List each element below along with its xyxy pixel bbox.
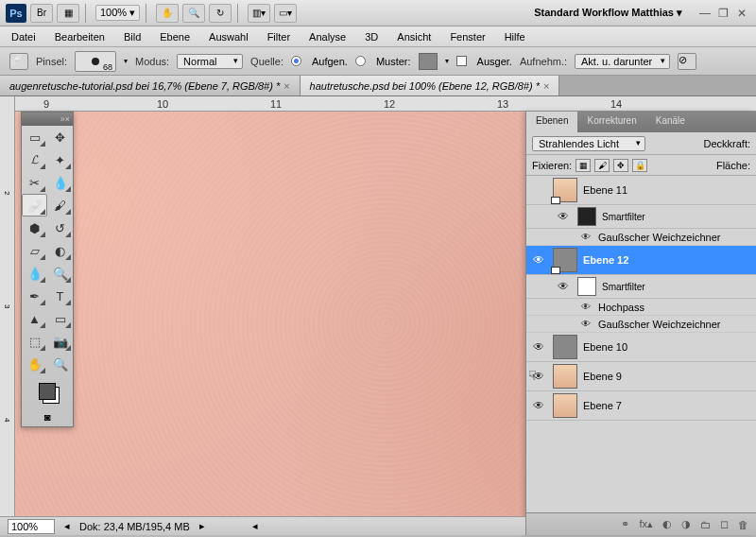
- tab-ebenen[interactable]: Ebenen: [526, 112, 577, 132]
- doc-info-chevron-icon[interactable]: ▸: [199, 520, 205, 532]
- sample-select[interactable]: Akt. u. darunter: [575, 54, 670, 69]
- menu-bild[interactable]: Bild: [120, 29, 145, 44]
- lasso-tool[interactable]: 𝓛: [22, 148, 47, 171]
- gradient-tool[interactable]: ◐: [47, 239, 73, 262]
- quick-select-tool[interactable]: ✦: [47, 148, 73, 171]
- blend-mode-select[interactable]: Normal: [177, 54, 243, 69]
- layer-name[interactable]: Ebene 11: [583, 184, 752, 196]
- zoom-tool-icon[interactable]: 🔍: [182, 4, 205, 23]
- smartfilter-row[interactable]: 👁 Smartfilter: [526, 205, 756, 229]
- new-layer-icon[interactable]: ◻: [720, 518, 729, 530]
- menu-filter[interactable]: Filter: [264, 29, 294, 44]
- eraser-tool[interactable]: ▱: [22, 239, 47, 262]
- lock-position-icon[interactable]: ✥: [613, 159, 628, 172]
- close-button[interactable]: ✕: [737, 7, 750, 20]
- filter-mask-thumbnail[interactable]: [577, 277, 596, 296]
- layer-row[interactable]: 👁 Ebene 7: [526, 391, 756, 421]
- visibility-toggle[interactable]: 👁: [530, 253, 547, 267]
- document-tab[interactable]: augenretusche-tutorial.psd bei 16,7% (Eb…: [0, 76, 301, 95]
- source-pattern-radio[interactable]: [355, 56, 366, 66]
- screen-mode-icon[interactable]: ▭▾: [274, 4, 297, 23]
- tab-close-icon[interactable]: ×: [543, 80, 549, 92]
- horizontal-ruler[interactable]: 9 10 11 12 13 14: [15, 96, 756, 112]
- layer-thumbnail[interactable]: [553, 335, 577, 359]
- visibility-toggle[interactable]: 👁: [530, 340, 547, 354]
- menu-fenster[interactable]: Fenster: [446, 29, 489, 44]
- rotate-view-icon[interactable]: ↻: [209, 4, 232, 23]
- filter-item[interactable]: 👁 Hochpass: [526, 299, 756, 316]
- delete-layer-icon[interactable]: 🗑: [738, 519, 748, 530]
- filter-item[interactable]: 👁 Gaußscher Weichzeichner: [526, 316, 756, 333]
- document-tab[interactable]: hautretusche.psd bei 100% (Ebene 12, RGB…: [301, 76, 560, 95]
- hand-tool[interactable]: ✋: [22, 353, 47, 375]
- quick-mask-toggle[interactable]: ◙: [22, 407, 73, 426]
- history-brush-tool[interactable]: ↺: [47, 217, 73, 239]
- tab-close-icon[interactable]: ×: [284, 80, 289, 92]
- shape-tool[interactable]: ▭: [47, 307, 73, 330]
- layer-name[interactable]: Ebene 7: [583, 400, 752, 411]
- smartfilter-row[interactable]: 👁 Smartfilter: [526, 275, 756, 299]
- marquee-tool[interactable]: ▭: [22, 126, 47, 148]
- visibility-toggle[interactable]: 👁: [555, 280, 572, 293]
- brush-picker-chevron-icon[interactable]: ▾: [124, 57, 128, 65]
- menu-3d[interactable]: 3D: [361, 29, 382, 44]
- menu-ebene[interactable]: Ebene: [156, 29, 194, 44]
- filter-mask-thumbnail[interactable]: [577, 207, 596, 226]
- zoom-tool[interactable]: 🔍: [47, 353, 73, 375]
- zoom-level-select[interactable]: 100% ▾: [95, 5, 140, 21]
- path-select-tool[interactable]: ▲: [22, 307, 47, 330]
- tab-kanaele[interactable]: Kanäle: [646, 112, 695, 132]
- bridge-icon[interactable]: Br: [30, 4, 53, 23]
- lock-all-icon[interactable]: 🔒: [632, 159, 647, 172]
- scroll-left-icon[interactable]: ◂: [64, 520, 70, 532]
- lock-transparency-icon[interactable]: ▦: [576, 159, 591, 172]
- healing-brush-preset-icon[interactable]: 🩹: [9, 53, 28, 70]
- layer-blend-mode-select[interactable]: Strahlendes Licht: [532, 136, 645, 151]
- layer-thumbnail[interactable]: [553, 393, 577, 418]
- mini-bridge-icon[interactable]: ▦: [57, 4, 79, 23]
- source-sampled-radio[interactable]: [291, 56, 301, 66]
- layer-row[interactable]: 👁 Ebene 10: [526, 333, 756, 362]
- minimize-button[interactable]: —: [699, 7, 713, 20]
- clone-stamp-tool[interactable]: ⬢: [22, 217, 47, 239]
- workspace-select[interactable]: Standard Workflow Matthias ▾: [526, 5, 690, 21]
- layer-name[interactable]: Ebene 12: [583, 254, 752, 266]
- blur-tool[interactable]: 💧: [22, 262, 47, 285]
- layer-name[interactable]: Ebene 9: [583, 371, 752, 382]
- pen-tool[interactable]: ✒: [22, 285, 47, 307]
- dodge-tool[interactable]: 🔍: [47, 262, 73, 285]
- pattern-swatch[interactable]: [419, 53, 438, 70]
- vertical-ruler[interactable]: 2 3 4: [0, 96, 15, 535]
- ignore-adjustment-icon[interactable]: ⊘: [678, 53, 696, 70]
- layer-row[interactable]: Ebene 11: [526, 176, 756, 205]
- pattern-chevron-icon[interactable]: ▾: [445, 57, 449, 65]
- visibility-toggle[interactable]: 👁: [530, 399, 547, 412]
- eyedropper-tool[interactable]: 💧: [47, 171, 73, 194]
- lock-pixels-icon[interactable]: 🖌: [594, 159, 610, 172]
- layer-thumbnail[interactable]: [553, 364, 577, 389]
- 3d-tool[interactable]: ⬚: [22, 330, 47, 353]
- move-tool[interactable]: ✥: [47, 126, 73, 148]
- layer-thumbnail[interactable]: [553, 248, 577, 272]
- aligned-checkbox[interactable]: [456, 56, 467, 66]
- layer-mask-icon[interactable]: ◐: [662, 518, 672, 530]
- layer-row[interactable]: 👁 Ebene 12: [526, 246, 756, 275]
- tab-korrekturen[interactable]: Korrekturen: [577, 112, 645, 132]
- type-tool[interactable]: T: [47, 285, 73, 307]
- close-icon[interactable]: ×: [65, 114, 70, 124]
- color-swatches[interactable]: [22, 375, 73, 407]
- arrange-docs-icon[interactable]: ▥▾: [248, 4, 270, 23]
- menu-hilfe[interactable]: Hilfe: [501, 29, 529, 44]
- visibility-toggle[interactable]: 👁: [579, 302, 593, 312]
- status-zoom-input[interactable]: 100%: [8, 519, 55, 534]
- adjustment-layer-icon[interactable]: ◑: [681, 518, 691, 530]
- crop-tool[interactable]: ✂: [22, 171, 47, 194]
- hand-tool-icon[interactable]: ✋: [156, 4, 179, 23]
- visibility-toggle[interactable]: 👁: [579, 319, 593, 329]
- menu-auswahl[interactable]: Auswahl: [205, 29, 252, 44]
- scroll-left-icon[interactable]: ◂: [252, 520, 258, 532]
- filter-item[interactable]: 👁 Gaußscher Weichzeichner: [526, 229, 756, 246]
- brush-tool[interactable]: 🖌: [47, 194, 73, 217]
- visibility-toggle[interactable]: 👁: [555, 210, 572, 223]
- menu-analyse[interactable]: Analyse: [305, 29, 350, 44]
